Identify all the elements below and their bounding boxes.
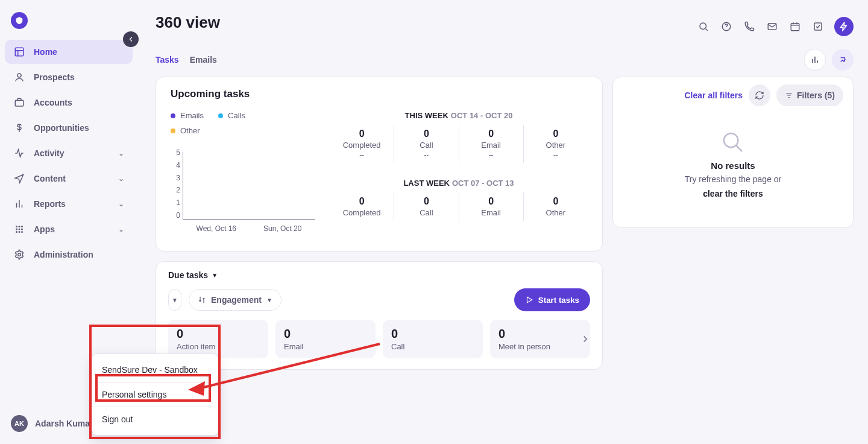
chart-view-button[interactable]: [804, 49, 826, 71]
svg-point-18: [724, 133, 738, 147]
chevron-down-icon: ⌄: [118, 225, 124, 233]
mail-icon[interactable]: [762, 16, 782, 37]
filters-card: Clear all filters Filters (5) No results…: [612, 77, 854, 228]
start-tasks-button[interactable]: Start tasks: [514, 288, 590, 311]
stat-call: 0Call: [394, 192, 458, 221]
svg-point-5: [21, 226, 23, 227]
refresh-button[interactable]: [749, 84, 770, 106]
y-tick: 2: [171, 186, 180, 194]
legend-chart: Emails Calls Other 5 4 3 2: [171, 111, 315, 233]
calendar-icon[interactable]: [785, 16, 805, 37]
svg-point-10: [19, 231, 20, 233]
stat-num: 0: [526, 128, 585, 139]
filters-button[interactable]: Filters (5): [776, 84, 843, 106]
svg-rect-17: [814, 23, 822, 30]
clear-filters-action[interactable]: clear the filters: [629, 189, 837, 198]
avatar: AK: [11, 415, 28, 432]
svg-point-6: [16, 229, 17, 230]
tile-num: 0: [498, 327, 582, 341]
sidebar-item-administration[interactable]: Administration: [5, 243, 133, 267]
user-name: Adarsh Kumar: [35, 419, 93, 428]
tabs: Tasks Emails: [156, 51, 217, 68]
due-tasks-card: Due tasks ▼ ▼ Engagement ▼ Start tasks 0…: [156, 261, 603, 370]
phone-icon[interactable]: [739, 16, 760, 37]
task-tiles: 0Action item 0Email 0Call 0Meet in perso…: [168, 320, 590, 358]
y-axis: 5 4 3 2 1 0: [171, 148, 180, 220]
stat-num: 0: [462, 196, 521, 207]
sidebar-item-apps[interactable]: Apps ⌄: [5, 217, 133, 241]
svg-rect-2: [15, 100, 24, 106]
sort-dropdown[interactable]: Engagement ▼: [189, 289, 281, 311]
quick-action-button[interactable]: [834, 17, 854, 36]
filter-icon: [785, 91, 793, 100]
stat-label: Other: [526, 141, 585, 150]
clear-filters-link[interactable]: Clear all filters: [684, 90, 743, 100]
bar-chart-icon: [13, 198, 25, 210]
stat-email: 0Email--: [459, 125, 523, 163]
search-icon[interactable]: [693, 16, 714, 37]
app-logo[interactable]: [11, 12, 28, 29]
week-range: OCT 07 - OCT 13: [452, 179, 514, 188]
dollar-icon: [13, 122, 25, 134]
help-icon[interactable]: [716, 16, 737, 37]
y-tick: 3: [171, 174, 180, 182]
svg-rect-0: [15, 48, 24, 56]
col-right: Clear all filters Filters (5) No results…: [612, 77, 854, 228]
this-week-head: THIS WEEKOCT 14 - OCT 20: [330, 111, 588, 120]
tab-emails[interactable]: Emails: [190, 51, 217, 68]
caret-down-icon: ▼: [172, 297, 178, 303]
stats-column: THIS WEEKOCT 14 - OCT 20 0Completed-- 0C…: [330, 111, 588, 233]
due-heading[interactable]: Due tasks ▼: [168, 270, 590, 280]
caret-down-icon: ▼: [266, 297, 272, 303]
no-results-title: No results: [629, 160, 837, 171]
sidebar-item-label: Prospects: [34, 72, 75, 82]
stat-completed: 0Completed--: [330, 125, 394, 163]
activity-icon: [13, 147, 25, 159]
x-tick: Wed, Oct 16: [197, 224, 236, 233]
svg-point-1: [17, 74, 21, 77]
no-results-text: Try refreshing the page or: [629, 174, 837, 184]
page-title: 360 view: [156, 13, 220, 32]
tiles-next-button[interactable]: [578, 332, 593, 346]
filter-dropdown[interactable]: ▼: [168, 289, 181, 311]
sidebar-item-prospects[interactable]: Prospects: [5, 65, 133, 89]
stat-other: 0Other--: [523, 125, 588, 163]
tile-action-item[interactable]: 0Action item: [168, 320, 268, 358]
user-menu-personal-settings[interactable]: Personal settings: [92, 384, 218, 405]
dot-icon: [171, 113, 175, 118]
tile-email[interactable]: 0Email: [275, 320, 376, 358]
svg-point-7: [19, 229, 20, 230]
sidebar-item-label: Accounts: [34, 98, 72, 107]
sidebar-item-accounts[interactable]: Accounts: [5, 90, 133, 115]
stat-other: 0Other: [523, 192, 588, 221]
tile-meet[interactable]: 0Meet in person: [490, 320, 590, 358]
tab-tasks[interactable]: Tasks: [156, 51, 179, 68]
task-icon[interactable]: [808, 16, 828, 37]
stat-num: 0: [397, 128, 456, 139]
legend-calls: Calls: [218, 111, 245, 120]
sidebar-item-home[interactable]: Home: [5, 40, 133, 64]
sidebar-item-reports[interactable]: Reports ⌄: [5, 192, 133, 216]
ai-view-button[interactable]: [832, 49, 854, 71]
sidebar-item-opportunities[interactable]: Opportunities: [5, 116, 133, 140]
user-menu-sign-out[interactable]: Sign out: [92, 408, 218, 430]
briefcase-icon: [13, 97, 25, 109]
last-week-head: LAST WEEKOCT 07 - OCT 13: [330, 179, 588, 188]
svg-point-12: [18, 253, 21, 256]
stat-sub: --: [526, 151, 585, 159]
caret-down-icon: ▼: [212, 272, 218, 279]
stat-label: Call: [397, 141, 456, 150]
sidebar-item-content[interactable]: Content ⌄: [5, 166, 133, 191]
stat-num: 0: [397, 196, 456, 207]
tile-call[interactable]: 0Call: [383, 320, 483, 358]
topbar: 360 view: [156, 11, 854, 42]
sort-label: Engagement: [211, 295, 262, 305]
stat-label: Other: [526, 208, 585, 217]
sidebar-item-label: Apps: [34, 224, 55, 234]
upcoming-tasks-card: Upcoming tasks Emails Calls Other 5: [156, 77, 603, 252]
sidebar-item-activity[interactable]: Activity ⌄: [5, 141, 133, 165]
stat-label: Completed: [332, 208, 391, 217]
play-icon: [525, 296, 533, 304]
sidebar-collapse-button[interactable]: [123, 31, 139, 47]
chart-legend-row2: Other: [171, 126, 315, 135]
